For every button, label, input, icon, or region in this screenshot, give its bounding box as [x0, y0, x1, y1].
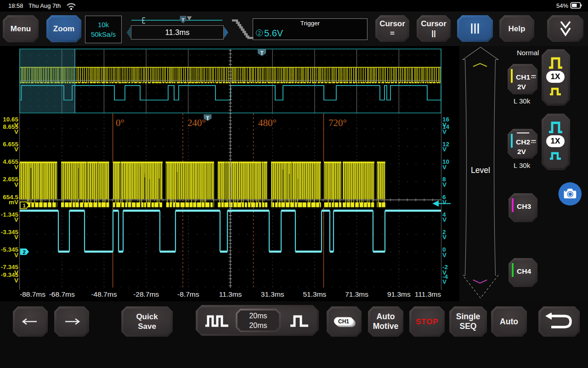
svg-text:Level: Level [471, 166, 490, 175]
svg-text:V: V [442, 234, 447, 241]
svg-text:-8.7ms: -8.7ms [177, 290, 199, 298]
svg-text:240°: 240° [187, 117, 206, 128]
svg-text:T: T [182, 17, 185, 22]
svg-text:2: 2 [23, 249, 26, 255]
svg-text:-88.7ms: -88.7ms [20, 290, 45, 298]
svg-text:-68.7ms: -68.7ms [49, 290, 75, 298]
svg-text:V: V [442, 181, 447, 188]
svg-text:V: V [442, 216, 447, 223]
svg-text:111.3ms: 111.3ms [415, 290, 441, 298]
svg-text:-28.7ms: -28.7ms [133, 290, 159, 298]
svg-text:V: V [442, 252, 447, 259]
svg-text:480°: 480° [258, 117, 277, 128]
svg-text:V: V [442, 146, 447, 153]
svg-text:71.3ms: 71.3ms [345, 290, 368, 298]
svg-text:V: V [14, 181, 18, 188]
svg-text:91.3ms: 91.3ms [387, 290, 411, 298]
svg-text:V: V [14, 216, 18, 223]
svg-text:V: V [14, 252, 18, 259]
svg-text:31.3ms: 31.3ms [261, 290, 284, 298]
svg-text:T: T [206, 115, 209, 121]
svg-text:V: V [14, 277, 18, 284]
svg-text:CH1: CH1 [338, 318, 349, 325]
svg-text:11.3ms: 11.3ms [219, 290, 242, 298]
svg-text:mV: mV [9, 199, 18, 206]
svg-text:T: T [260, 51, 263, 56]
svg-text:V: V [442, 164, 447, 171]
svg-text:V: V [14, 234, 18, 241]
svg-text:0°: 0° [116, 117, 124, 128]
svg-text:V: V [14, 146, 18, 153]
svg-text:1: 1 [23, 203, 26, 208]
svg-text:-48.7ms: -48.7ms [91, 290, 117, 298]
svg-text:V: V [442, 278, 447, 285]
svg-text:720°: 720° [328, 117, 347, 128]
svg-text:V: V [442, 128, 447, 135]
svg-text:V: V [14, 128, 18, 135]
svg-text:V: V [442, 199, 447, 206]
svg-text:V: V [14, 164, 18, 171]
svg-text:51.3ms: 51.3ms [303, 290, 326, 298]
